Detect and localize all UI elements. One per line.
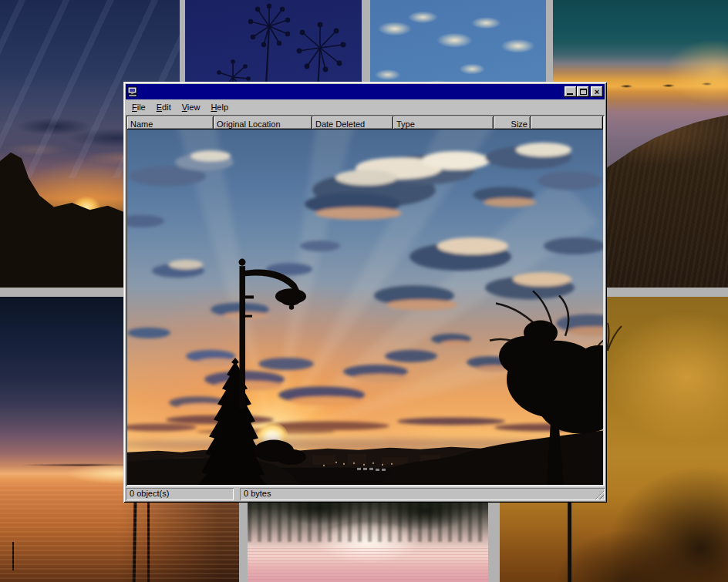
menu-edit[interactable]: Edit [151, 101, 177, 113]
pole-silhouette [12, 542, 14, 570]
recycle-bin-window: × File Edit View Help Name Original Loca… [123, 82, 607, 503]
window-titlebar[interactable]: × [126, 84, 605, 99]
column-header-type[interactable]: Type [393, 116, 494, 130]
menu-view[interactable]: View [177, 101, 206, 113]
close-icon: × [595, 88, 599, 96]
computer-icon [127, 86, 138, 97]
status-object-count: 0 object(s) [126, 488, 234, 500]
column-header-name[interactable]: Name [127, 116, 214, 130]
column-header-empty[interactable] [531, 116, 603, 130]
desktop-wallpaper: × File Edit View Help Name Original Loca… [0, 0, 728, 582]
menu-help[interactable]: Help [205, 101, 234, 113]
column-header-original-location[interactable]: Original Location [214, 116, 312, 130]
menu-bar: File Edit View Help [126, 99, 605, 115]
column-header-size[interactable]: Size [494, 116, 531, 130]
sunset-street-lamp-photo[interactable] [127, 130, 603, 485]
column-headers: Name Original Location Date Deleted Type… [127, 116, 603, 130]
close-button[interactable]: × [591, 86, 603, 97]
status-bar: 0 object(s) 0 bytes [126, 488, 605, 500]
status-size: 0 bytes [240, 488, 605, 500]
folder-list-view: Name Original Location Date Deleted Type… [126, 115, 605, 486]
maximize-button[interactable] [577, 86, 589, 97]
maximize-icon [580, 89, 587, 95]
menu-file[interactable]: File [126, 101, 151, 113]
minimize-icon [567, 93, 573, 95]
column-header-date-deleted[interactable]: Date Deleted [312, 116, 393, 130]
minimize-button[interactable] [565, 86, 577, 97]
